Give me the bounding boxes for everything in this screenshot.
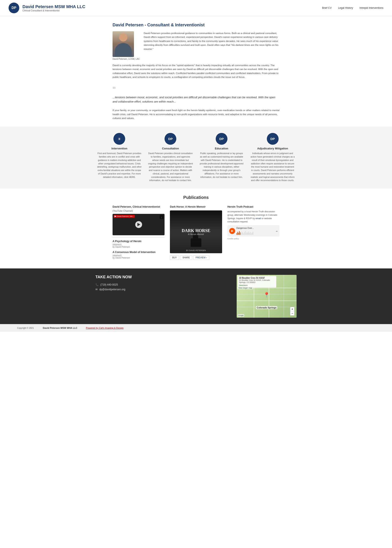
divider-1 xyxy=(112,237,165,238)
intervention-title: Intervention xyxy=(97,147,142,150)
publications-section: Publications David Petersen, Clinical In… xyxy=(95,189,297,266)
book-col-title: Dark Horse: A Heroin Memoir xyxy=(170,205,222,208)
nav-brief-cv[interactable]: Brief CV xyxy=(322,7,332,9)
quote-text: ...tensions between moral, economic, and… xyxy=(112,95,280,104)
hero-body2: If your family, or your community, or or… xyxy=(112,108,280,120)
video-label: David Petersen- Min... xyxy=(117,215,134,217)
map-larger-link[interactable]: View larger map xyxy=(238,287,253,289)
bottom-footer: Copyright © 2021 David Petersen MSW MHA … xyxy=(0,324,392,332)
copyright-text: Copyright © 2021 xyxy=(17,327,34,329)
sc-track-title: Dangerous Over... xyxy=(237,227,274,229)
podcast-col-title: Heroin Truth Podcast xyxy=(227,205,280,208)
consultation-icon: DP xyxy=(165,133,176,145)
cta-title: TAKE ACTION NOW xyxy=(95,275,228,279)
quote-section: " ...tensions between moral, economic, a… xyxy=(95,84,297,106)
adjudicatory-icon: DP xyxy=(267,133,279,145)
powered-by-link[interactable]: Powered by Cat's Imaging & Design xyxy=(86,327,124,329)
cta-email[interactable]: ✉ dp@davidpetersen.org xyxy=(95,288,228,291)
pub-item2-title: A Consensus Model of Intervention xyxy=(112,251,165,254)
hero-title: David Petersen - Consultant & Interventi… xyxy=(112,22,280,28)
service-consultation: DP Consultation David Petersen provides … xyxy=(148,133,193,182)
nav-legal-history[interactable]: Legal History xyxy=(338,7,353,9)
pub-item2-sub: (abstract) by David Petersen xyxy=(112,254,165,259)
book-preview-button[interactable]: PREVIEW › xyxy=(193,255,209,260)
service-adjudicatory: DP Adjudicatory Mitigation Individuals w… xyxy=(250,133,295,182)
services-section: II Intervention First and foremost, Davi… xyxy=(0,126,392,189)
pub-item1-title: A Psychology of Heroin xyxy=(112,240,165,243)
soundcloud-player: Dangerous Over... xyxy=(227,225,280,237)
site-header: DP David Petersen MSW MHA LLC Clinical C… xyxy=(0,0,392,16)
youtube-col-title: David Petersen, Clinical Interventionist xyxy=(112,205,165,208)
footer-brand-name: David Petersen MSW MHA LLC xyxy=(43,327,77,329)
book-share-button[interactable]: SHARE xyxy=(180,255,192,260)
map-zoom-out[interactable]: − xyxy=(290,311,294,316)
footer-cta: TAKE ACTION NOW 📞 (719) 440-0025 ✉ dp@da… xyxy=(0,268,392,324)
book-cover: DARK HORSE A Heroin Memoir BY DAVID PETE… xyxy=(170,211,222,253)
hero-photo xyxy=(112,31,134,57)
podcast-text: accompanied by a local Heroin Truth disc… xyxy=(227,210,280,224)
hero-image-block: David Petersen, LCSW, LAC xyxy=(112,31,140,60)
map-directions-link[interactable]: Directions xyxy=(239,284,248,286)
consultation-title: Consultation xyxy=(148,147,193,150)
hero-body1: David is currently devoting the majority… xyxy=(112,63,280,79)
phone-icon: 📞 xyxy=(95,283,99,286)
nav-intrepid-interventions[interactable]: Intrepid Interventions xyxy=(359,7,384,9)
education-text: Public speaking, professional or lay gro… xyxy=(199,152,244,179)
map-address-line2: 10 Boulder Cres St #101F, Colorado Sprin… xyxy=(239,279,275,283)
intervention-text: First and foremost, David Petersen provi… xyxy=(97,152,142,179)
hero-intro: David Petersen provides professional gui… xyxy=(144,31,280,60)
pub-col-book: Dark Horse: A Heroin Memoir DARK HORSE A… xyxy=(170,205,222,260)
book-buy-button[interactable]: BUY xyxy=(170,255,179,260)
hero-photo-caption: David Petersen, LCSW, LAC xyxy=(112,58,140,60)
education-icon: DP xyxy=(216,133,227,145)
education-title: Education xyxy=(199,147,244,150)
quote-mark: " xyxy=(112,86,280,94)
cta-phone: 📞 (719) 440-0025 xyxy=(95,283,228,286)
main-nav: Brief CV Legal History Intrepid Interven… xyxy=(322,7,384,9)
sc-play-button[interactable] xyxy=(229,228,235,234)
email-icon: ✉ xyxy=(95,288,98,291)
book-subtitle-text: A Heroin Memoir xyxy=(188,233,204,235)
header-site-title: David Petersen MSW MHA LLC xyxy=(22,4,322,9)
header-logo: DP xyxy=(8,3,19,13)
header-subtitle: Clinical Consultant & Interventionist xyxy=(22,9,322,12)
youtube-sub: (YouTube Channel) xyxy=(112,210,165,212)
adjudicatory-text: Individuals whose errors in judgment and… xyxy=(250,152,295,182)
map-zoom-in[interactable]: + xyxy=(290,307,294,311)
map-block[interactable]: 📍 Colorado Springs 10 Boulder Cres St #1… xyxy=(237,275,297,318)
service-education: DP Education Public speaking, profession… xyxy=(199,133,244,182)
book-author-text: BY DAVID PETERSEN xyxy=(186,249,206,252)
pub-col-youtube: David Petersen, Clinical Interventionist… xyxy=(112,205,165,260)
map-city-label: Colorado Springs xyxy=(256,306,277,309)
book-title-text: DARK HORSE xyxy=(182,228,210,233)
podcast-email-link[interactable]: email xyxy=(255,217,261,220)
video-thumbnail[interactable]: David Petersen- Min... ⋮ xyxy=(112,214,165,235)
consultation-text: David Petersen provides clinical consult… xyxy=(148,152,193,182)
hero-section: David Petersen - Consultant & Interventi… xyxy=(95,16,297,84)
pub-col-podcast: Heroin Truth Podcast accompanied by a lo… xyxy=(227,205,280,260)
cookie-policy-link[interactable]: Cookie policy xyxy=(227,238,280,240)
publications-title: Publications xyxy=(112,195,280,200)
pub-item1-sub: (abstract) by David Petersen xyxy=(112,243,165,248)
hero-body2-section: If your family, or your community, or or… xyxy=(95,106,297,124)
map-address-line1: 10 Boulder Cres St #101F xyxy=(239,277,275,279)
adjudicatory-title: Adjudicatory Mitigation xyxy=(250,147,295,150)
service-intervention: II Intervention First and foremost, Davi… xyxy=(97,133,142,182)
intervention-icon: II xyxy=(113,133,125,145)
play-button[interactable] xyxy=(135,221,142,228)
sc-waveform xyxy=(237,230,274,235)
